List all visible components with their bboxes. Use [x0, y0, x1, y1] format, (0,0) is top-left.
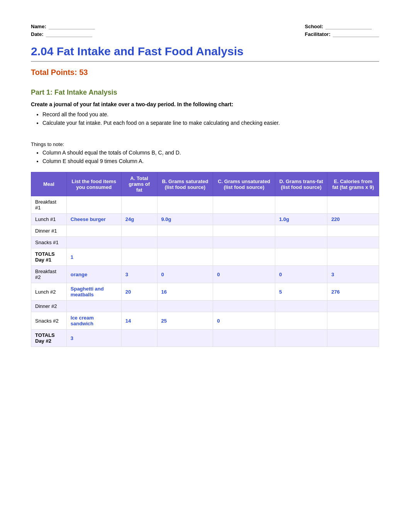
cell-r7-c0: Dinner #2 — [31, 301, 67, 312]
table-row: Breakfast #2orange30003 — [31, 266, 379, 283]
col-meal: Meal — [31, 172, 67, 196]
cell-r3-c1 — [66, 237, 121, 248]
cell-r0-c0: Breakfast #1 — [31, 196, 67, 214]
cell-r2-c1 — [66, 225, 121, 237]
header-left: Name: Date: — [31, 23, 95, 37]
cell-r1-c6: 220 — [327, 214, 379, 225]
cell-r1-c4 — [213, 214, 275, 225]
fat-table: Meal List the food items you consumed A.… — [31, 172, 379, 347]
cell-r0-c2 — [121, 196, 157, 214]
cell-r0-c6 — [327, 196, 379, 214]
col-d: D. Grams trans-fat (list food source) — [275, 172, 327, 196]
cell-r7-c2 — [121, 301, 157, 312]
cell-r0-c4 — [213, 196, 275, 214]
col-c: C. Grams unsaturated (list food source) — [213, 172, 275, 196]
cell-r3-c5 — [275, 237, 327, 248]
cell-r0-c5 — [275, 196, 327, 214]
cell-r4-c4 — [213, 248, 275, 266]
cell-r2-c0: Dinner #1 — [31, 225, 67, 237]
cell-r8-c1: Ice cream sandwich — [66, 312, 121, 330]
things-to-note-label: Things to note: — [31, 141, 379, 147]
table-row: Snacks #1 — [31, 237, 379, 248]
cell-r7-c6 — [327, 301, 379, 312]
cell-r6-c5: 5 — [275, 283, 327, 301]
cell-r5-c4: 0 — [213, 266, 275, 283]
instruction-item-1: Record all the food you ate. — [42, 111, 379, 117]
cell-r4-c1: 1 — [66, 248, 121, 266]
cell-r8-c6 — [327, 312, 379, 330]
table-row: Lunch #1Cheese burger24g9.0g1.0g220 — [31, 214, 379, 225]
cell-r3-c2 — [121, 237, 157, 248]
cell-r9-c5 — [275, 330, 327, 347]
instructions-list: Record all the food you ate. Calculate y… — [42, 111, 379, 126]
cell-r0-c3 — [157, 196, 213, 214]
cell-r6-c4 — [213, 283, 275, 301]
table-row: Dinner #2 — [31, 301, 379, 312]
facilitator-row: Facilitator: — [305, 31, 379, 37]
table-row: TOTALS Day #11 — [31, 248, 379, 266]
cell-r5-c2: 3 — [121, 266, 157, 283]
school-label: School: — [305, 24, 324, 29]
cell-r7-c5 — [275, 301, 327, 312]
table-row: Lunch #2Spaghetti and meatballs20165276 — [31, 283, 379, 301]
cell-r4-c2 — [121, 248, 157, 266]
cell-r6-c2: 20 — [121, 283, 157, 301]
cell-r9-c3 — [157, 330, 213, 347]
table-row: Dinner #1 — [31, 225, 379, 237]
school-value — [325, 23, 372, 29]
cell-r1-c0: Lunch #1 — [31, 214, 67, 225]
name-value — [49, 23, 95, 29]
cell-r2-c3 — [157, 225, 213, 237]
cell-r6-c0: Lunch #2 — [31, 283, 67, 301]
col-e: E. Calories from fat (fat grams x 9) — [327, 172, 379, 196]
cell-r5-c1: orange — [66, 266, 121, 283]
cell-r4-c0: TOTALS Day #1 — [31, 248, 67, 266]
cell-r7-c3 — [157, 301, 213, 312]
cell-r2-c6 — [327, 225, 379, 237]
instructions-bold: Create a journal of your fat intake over… — [31, 101, 379, 107]
cell-r1-c5: 1.0g — [275, 214, 327, 225]
cell-r4-c5 — [275, 248, 327, 266]
table-header-row: Meal List the food items you consumed A.… — [31, 172, 379, 196]
cell-r0-c1 — [66, 196, 121, 214]
facilitator-value — [333, 31, 379, 37]
cell-r7-c1 — [66, 301, 121, 312]
cell-r3-c0: Snacks #1 — [31, 237, 67, 248]
cell-r2-c2 — [121, 225, 157, 237]
total-points-value: 53 — [79, 68, 88, 76]
cell-r7-c4 — [213, 301, 275, 312]
note-item-1: Column A should equal the totals of Colu… — [42, 150, 379, 156]
cell-r1-c3: 9.0g — [157, 214, 213, 225]
col-a: A. Total grams of fat — [121, 172, 157, 196]
cell-r1-c1: Cheese burger — [66, 214, 121, 225]
cell-r6-c3: 16 — [157, 283, 213, 301]
notes-list: Column A should equal the totals of Colu… — [42, 150, 379, 164]
part1-title: Part 1: Fat Intake Analysis — [31, 88, 379, 97]
cell-r5-c6: 3 — [327, 266, 379, 283]
cell-r9-c0: TOTALS Day #2 — [31, 330, 67, 347]
cell-r5-c3: 0 — [157, 266, 213, 283]
cell-r8-c3: 25 — [157, 312, 213, 330]
cell-r2-c5 — [275, 225, 327, 237]
cell-r9-c2 — [121, 330, 157, 347]
cell-r9-c1: 3 — [66, 330, 121, 347]
cell-r3-c4 — [213, 237, 275, 248]
header-fields: Name: Date: School: Facilitator: — [31, 23, 379, 37]
main-title: 2.04 Fat Intake and Fast Food Analysis — [31, 45, 379, 62]
cell-r2-c4 — [213, 225, 275, 237]
cell-r4-c6 — [327, 248, 379, 266]
col-b: B. Grams saturated (list food source) — [157, 172, 213, 196]
cell-r8-c2: 14 — [121, 312, 157, 330]
table-row: Breakfast #1 — [31, 196, 379, 214]
date-row: Date: — [31, 31, 95, 37]
cell-r3-c3 — [157, 237, 213, 248]
total-points: Total Points: 53 — [31, 68, 379, 77]
name-row: Name: — [31, 23, 95, 29]
cell-r9-c4 — [213, 330, 275, 347]
table-row: TOTALS Day #23 — [31, 330, 379, 347]
col-food: List the food items you consumed — [66, 172, 121, 196]
cell-r8-c0: Snacks #2 — [31, 312, 67, 330]
note-item-2: Column E should equal 9 times Column A. — [42, 158, 379, 164]
cell-r6-c6: 276 — [327, 283, 379, 301]
cell-r8-c4: 0 — [213, 312, 275, 330]
